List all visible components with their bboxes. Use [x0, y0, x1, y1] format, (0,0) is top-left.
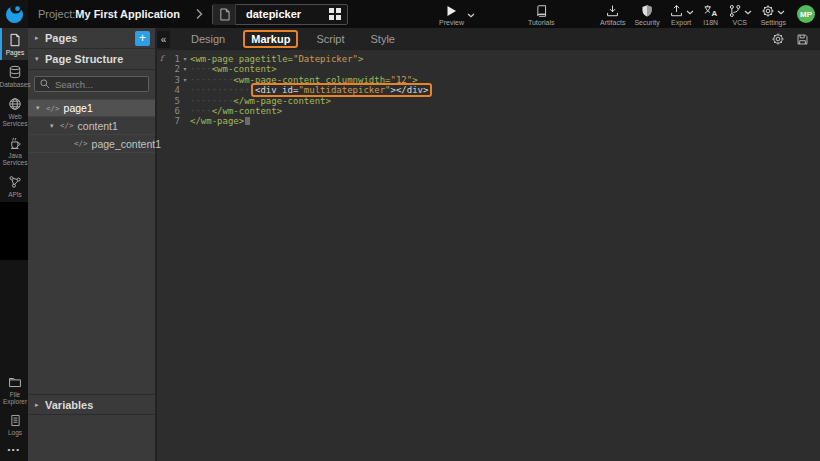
page-structure-label: Page Structure: [45, 53, 123, 65]
vcs-button[interactable]: VCS: [725, 2, 755, 27]
sidebar-item-label: Java Services: [2, 152, 28, 166]
code-line-3[interactable]: 3▾········<wm-page-content columnwidth="…: [162, 75, 820, 85]
tutorials-icon: [535, 4, 548, 18]
page-structure-header[interactable]: ▾ Page Structure: [28, 49, 155, 70]
security-label: Security: [634, 19, 659, 26]
sidebar-item-apis[interactable]: APIs: [0, 170, 28, 202]
sidebar-item-label: APIs: [8, 191, 22, 198]
security-button[interactable]: Security: [631, 2, 662, 27]
fold-toggle-icon[interactable]: ▾: [180, 64, 190, 74]
sidebar-more-button[interactable]: •••: [0, 440, 28, 461]
chevron-down-icon: ▾: [35, 55, 45, 63]
artifacts-button[interactable]: Artifacts: [597, 2, 628, 27]
grid-icon[interactable]: [329, 8, 341, 20]
code-line-7[interactable]: 7</wm-page>: [162, 116, 820, 126]
preview-dropdown-chevron-icon[interactable]: [467, 13, 475, 18]
code-line-5[interactable]: 5········</wm-page-content>: [162, 96, 820, 106]
code-text: <wm-page pagetitle="Datepicker">: [190, 54, 363, 64]
code-text: <wm-content>: [212, 64, 277, 74]
variables-label: Variables: [45, 399, 93, 411]
code-line-6[interactable]: 6····</wm-content>: [162, 106, 820, 116]
i18n-button[interactable]: AI18N: [700, 2, 722, 27]
user-avatar[interactable]: MP: [797, 5, 815, 23]
page-structure-tree: ▾</>page1▾</>content1</>page_content1: [28, 99, 155, 153]
databases-icon: [8, 65, 22, 79]
java-services-icon: [8, 136, 22, 150]
pages-panel-header[interactable]: ▸ Pages +: [28, 28, 155, 49]
panel-empty-area: [28, 153, 155, 394]
sidebar-spacer: [0, 260, 28, 370]
line-number: 1: [162, 54, 180, 64]
export-button[interactable]: Export: [666, 2, 697, 27]
tree-node-page-content1[interactable]: </>page_content1: [28, 135, 155, 153]
chevron-down-icon: ▾: [50, 122, 60, 130]
sidebar-item-databases[interactable]: Databases: [0, 60, 28, 92]
line-number: 2: [162, 64, 180, 74]
preview-label: Preview: [439, 19, 464, 26]
editor-tabs: DesignMarkupScriptStyle: [178, 31, 408, 47]
tutorials-button[interactable]: Tutorials: [525, 2, 558, 27]
chevron-right-icon: ▸: [35, 401, 45, 409]
page-tab-datepicker[interactable]: datepicker: [212, 4, 348, 25]
sidebar-item-java-services[interactable]: Java Services: [0, 131, 28, 170]
editor-toolbar-icons: [771, 32, 820, 46]
search-box: [34, 76, 149, 92]
tree-node-page1[interactable]: ▾</>page1: [28, 99, 155, 117]
add-page-button[interactable]: +: [135, 31, 150, 46]
code-line-4[interactable]: 4············<div id="multidatepicker"><…: [162, 85, 820, 95]
web-services-icon: [8, 97, 22, 111]
editor-area: « DesignMarkupScriptStyle f 1▾<wm-page p…: [157, 28, 820, 461]
tree-node-content1[interactable]: ▾</>content1: [28, 117, 155, 135]
editor-toolbar: « DesignMarkupScriptStyle: [157, 28, 820, 50]
save-icon[interactable]: [796, 33, 809, 46]
search-wrap: [28, 70, 155, 99]
widget-markup-icon: </>: [60, 121, 74, 130]
i18n-label: I18N: [703, 19, 718, 26]
code-annotation-highlight: <div id="multidatepicker"></div>: [255, 85, 428, 95]
export-icon: [669, 4, 684, 18]
tab-design[interactable]: Design: [185, 31, 231, 47]
sidebar-black-block: [0, 202, 28, 260]
tab-style[interactable]: Style: [365, 31, 401, 47]
sidebar-item-file-explorer[interactable]: File Explorer: [0, 370, 28, 409]
chevron-right-icon: ▸: [35, 34, 45, 42]
wavemaker-logo-icon[interactable]: [0, 0, 28, 28]
sidebar-bottom-items: File ExplorerLogs: [0, 370, 28, 440]
line-number: 6: [162, 106, 180, 116]
search-input[interactable]: [55, 79, 143, 90]
pages-icon: [8, 33, 22, 47]
breadcrumb-chevron-icon: [195, 8, 203, 20]
artifacts-label: Artifacts: [600, 19, 625, 26]
code-line-1[interactable]: 1▾<wm-page pagetitle="Datepicker">: [162, 54, 820, 64]
collapse-panel-button[interactable]: «: [157, 31, 170, 48]
settings-button[interactable]: Settings: [758, 2, 789, 27]
settings-icon: [761, 4, 775, 18]
line-number: 7: [162, 116, 180, 126]
markup-settings-gear-icon[interactable]: [771, 32, 785, 46]
play-icon: [446, 5, 457, 17]
project-title: Project:My First Application: [38, 8, 180, 20]
tab-markup[interactable]: Markup: [245, 31, 296, 47]
i18n-icon: A: [703, 4, 719, 18]
fold-toggle-icon[interactable]: ▾: [180, 75, 190, 85]
sidebar-item-pages[interactable]: Pages: [0, 28, 28, 60]
code-line-2[interactable]: 2▾····<wm-content>: [162, 64, 820, 74]
search-icon: [40, 79, 50, 89]
variables-header[interactable]: ▸ Variables: [28, 394, 155, 415]
sidebar-item-logs[interactable]: Logs: [0, 409, 28, 440]
tab-script[interactable]: Script: [310, 31, 350, 47]
preview-button[interactable]: Preview: [436, 2, 467, 27]
topbar-actions: ArtifactsSecurityExportAI18NVCSSettingsM…: [597, 2, 820, 27]
logs-icon: [9, 414, 22, 427]
file-explorer-icon: [8, 375, 22, 389]
sidebar-item-web-services[interactable]: Web Services: [0, 92, 28, 131]
markup-code-editor[interactable]: f 1▾<wm-page pagetitle="Datepicker">2▾··…: [157, 50, 820, 461]
apis-icon: [8, 175, 22, 189]
widget-markup-icon: </>: [46, 104, 60, 113]
pages-header-label: Pages: [45, 32, 77, 44]
vcs-label: VCS: [733, 19, 747, 26]
fold-toggle-icon[interactable]: ▾: [180, 54, 190, 64]
chevron-down-icon: [686, 10, 694, 15]
line-number: 5: [162, 96, 180, 106]
chevron-down-icon: ▾: [36, 104, 46, 112]
